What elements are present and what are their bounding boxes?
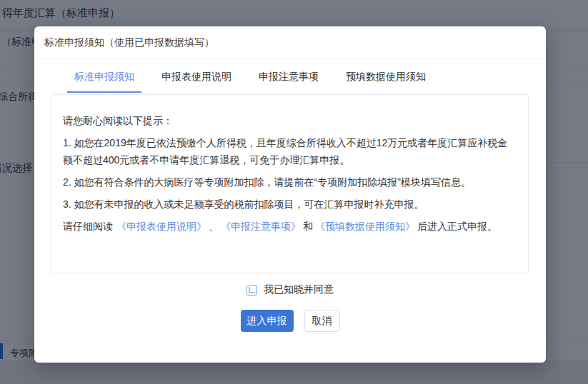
- dialog-actions: 进入申报 取消: [34, 310, 546, 332]
- agree-checkbox[interactable]: [246, 285, 257, 295]
- link-prefilled-data-notice[interactable]: 《预填数据使用须知》: [315, 221, 415, 232]
- tab-prefilled-data-notice[interactable]: 预填数据使用须知: [339, 71, 433, 93]
- tab-declaration-precautions[interactable]: 申报注意事项: [251, 71, 326, 93]
- notice-tabs: 标准申报须知 申报表使用说明 申报注意事项 预填数据使用须知: [34, 71, 546, 93]
- enter-declaration-button[interactable]: 进入申报: [241, 310, 294, 332]
- cancel-button[interactable]: 取消: [304, 310, 340, 332]
- agree-checkbox-label[interactable]: 我已知晓并同意: [264, 283, 334, 296]
- tab-standard-declaration-notice[interactable]: 标准申报须知: [67, 71, 141, 93]
- notice-footer-separator: 和: [303, 221, 313, 232]
- agree-row: 我已知晓并同意: [34, 283, 546, 296]
- notice-item: 3. 如您有未申报的收入或未足额享受的税前扣除项目，可在汇算申报时补充申报。: [63, 196, 512, 213]
- notice-content-panel: 请您耐心阅读以下提示： 1. 如您在2019年度已依法预缴个人所得税，且年度综合…: [51, 94, 529, 273]
- notice-footer: 请仔细阅读《申报表使用说明》、《申报注意事项》和《预填数据使用须知》后进入正式申…: [63, 218, 512, 235]
- notice-footer-suffix: 后进入正式申报。: [417, 221, 497, 232]
- dialog-title: 标准申报须知（使用已申报数据填写）: [34, 26, 546, 59]
- notice-footer-prefix: 请仔细阅读: [63, 221, 113, 232]
- notice-item: 2. 如您有符合条件的大病医疗等专项附加扣除，请提前在“专项附加扣除填报”模块填…: [63, 173, 512, 191]
- notice-intro: 请您耐心阅读以下提示：: [63, 112, 512, 129]
- notice-item: 1. 如您在2019年度已依法预缴个人所得税，且年度综合所得收入不超过12万元或…: [63, 134, 512, 168]
- link-declaration-precautions[interactable]: 《申报注意事项》: [221, 221, 301, 232]
- link-form-instructions[interactable]: 《申报表使用说明》: [116, 221, 206, 232]
- notice-footer-separator: 、: [209, 221, 219, 232]
- tab-form-instructions[interactable]: 申报表使用说明: [154, 71, 239, 93]
- standard-declaration-notice-dialog: 标准申报须知（使用已申报数据填写） 标准申报须知 申报表使用说明 申报注意事项 …: [34, 26, 546, 363]
